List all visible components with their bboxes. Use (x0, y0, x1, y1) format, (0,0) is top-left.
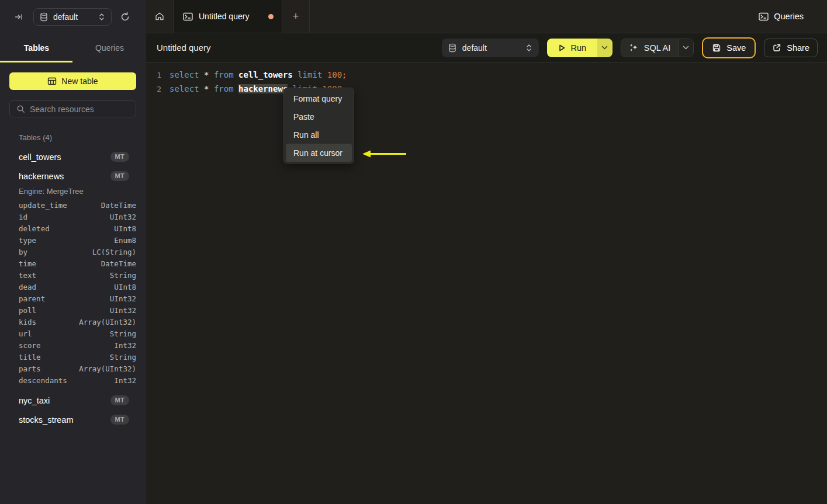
sidebar-database-selector[interactable]: default (33, 8, 112, 26)
column-row[interactable]: kidsArray(UInt32) (0, 316, 146, 328)
code-token: hackernews (238, 84, 288, 93)
column-row[interactable]: textString (0, 269, 146, 281)
sql-ai-button-main[interactable]: SQL AI (621, 39, 678, 57)
code-token (234, 84, 238, 93)
column-row[interactable]: urlString (0, 328, 146, 339)
chevron-down-icon (601, 46, 608, 50)
run-button-main[interactable]: Run (547, 39, 597, 57)
column-row[interactable]: timeDateTime (0, 258, 146, 269)
chevron-updown-icon (98, 13, 105, 21)
column-name: id (19, 213, 110, 221)
line-number: 1 (146, 71, 161, 79)
search-icon (16, 105, 25, 113)
menu-item-run-at-cursor[interactable]: Run at cursor (286, 144, 352, 162)
engine-info: Engine: MergeTree (0, 186, 146, 199)
save-icon (712, 43, 721, 53)
queries-button[interactable]: Queries (759, 12, 804, 21)
sidebar: default Tables Queries (0, 0, 146, 504)
sql-ai-caret[interactable] (678, 39, 693, 57)
code-token: cell_towers (238, 70, 293, 79)
column-row[interactable]: descendantsInt32 (0, 374, 146, 386)
hackernews-columns: update_timeDateTimeidUInt32deletedUInt8t… (0, 199, 146, 391)
column-name: by (19, 248, 92, 256)
tab-untitled-query[interactable]: Untitled query (174, 0, 282, 33)
column-row[interactable]: idUInt32 (0, 211, 146, 223)
column-row[interactable]: typeEnum8 (0, 234, 146, 246)
column-row[interactable]: pollUInt32 (0, 304, 146, 316)
table-row-nyc-taxi[interactable]: nyc_taxi MT (0, 391, 146, 410)
table-name: hackernews (19, 172, 110, 181)
column-type: String (110, 271, 136, 280)
column-type: UInt32 (110, 294, 136, 303)
column-row[interactable]: update_timeDateTime (0, 199, 146, 211)
column-type: Array(UInt32) (79, 318, 136, 326)
code-token: from (214, 70, 234, 79)
table-row-stocks-stream[interactable]: stocks_stream MT (0, 410, 146, 429)
terminal-icon (759, 12, 769, 21)
table-grid-icon (47, 77, 57, 86)
home-button[interactable] (146, 0, 174, 33)
column-row[interactable]: titleString (0, 351, 146, 363)
editor-lines: 1select * from cell_towers limit 100;2se… (146, 68, 827, 96)
column-name: update_time (19, 201, 101, 210)
code-line[interactable]: 2select * from hackernews limit 1000 (146, 82, 827, 96)
column-name: deleted (19, 224, 114, 233)
new-tab-button[interactable]: + (282, 0, 310, 33)
column-type: UInt32 (110, 213, 136, 221)
column-name: title (19, 353, 110, 362)
share-button[interactable]: Share (764, 39, 818, 57)
annotation-arrow (361, 150, 408, 158)
collapse-sidebar-icon (14, 12, 23, 22)
play-icon (558, 44, 566, 52)
run-button-label: Run (571, 43, 587, 53)
code-line[interactable]: 1select * from cell_towers limit 100; (146, 68, 827, 82)
sql-editor[interactable]: 1select * from cell_towers limit 100;2se… (146, 62, 827, 504)
share-icon (772, 43, 781, 53)
column-row[interactable]: byLC(String) (0, 246, 146, 258)
terminal-icon (183, 12, 193, 21)
unsaved-changes-dot (268, 14, 274, 19)
column-row[interactable]: partsArray(UInt32) (0, 363, 146, 374)
column-row[interactable]: scoreInt32 (0, 339, 146, 351)
collapse-sidebar-button[interactable] (14, 12, 23, 22)
sql-ai-button[interactable]: SQL AI (621, 39, 694, 57)
menu-item-paste[interactable]: Paste (286, 107, 352, 126)
save-button[interactable]: Save (702, 37, 756, 58)
run-options-caret[interactable] (597, 39, 613, 57)
column-row[interactable]: parentUInt32 (0, 293, 146, 304)
menu-item-run-all[interactable]: Run all (286, 126, 352, 144)
share-button-label: Share (787, 43, 809, 53)
run-button[interactable]: Run (547, 39, 613, 57)
column-type: Enum8 (114, 236, 136, 245)
column-row[interactable]: deletedUInt8 (0, 223, 146, 234)
code-token: 100; (327, 70, 347, 79)
column-row[interactable]: deadUInt8 (0, 281, 146, 293)
sql-console-app: default Tables Queries (0, 0, 827, 504)
column-type: Int32 (114, 376, 136, 385)
context-menu: Format queryPasteRun allRun at cursor (283, 88, 354, 164)
sparkles-icon (629, 43, 639, 53)
sidebar-tab-tables[interactable]: Tables (0, 33, 73, 62)
column-type: UInt32 (110, 306, 136, 315)
column-name: score (19, 341, 114, 350)
column-name: poll (19, 306, 110, 315)
table-name: cell_towers (19, 152, 110, 162)
topbar-spacer (310, 0, 759, 33)
column-type: Int32 (114, 341, 136, 350)
search-input[interactable] (30, 105, 136, 114)
header-database-selector[interactable]: default (442, 39, 539, 57)
menu-item-format-query[interactable]: Format query (286, 89, 352, 107)
search-box (9, 100, 136, 117)
table-name: nyc_taxi (19, 396, 110, 405)
line-number: 2 (146, 85, 161, 93)
column-type: Array(UInt32) (79, 364, 136, 373)
table-row-cell-towers[interactable]: cell_towers MT (0, 147, 146, 166)
column-name: descendants (19, 376, 114, 385)
sidebar-tab-queries[interactable]: Queries (73, 33, 146, 62)
refresh-button[interactable] (120, 12, 130, 22)
code-token: from (214, 84, 234, 93)
new-table-button[interactable]: New table (9, 72, 136, 90)
code-token (234, 70, 238, 79)
column-type: LC(String) (92, 248, 136, 256)
table-row-hackernews[interactable]: hackernews MT (0, 166, 146, 186)
